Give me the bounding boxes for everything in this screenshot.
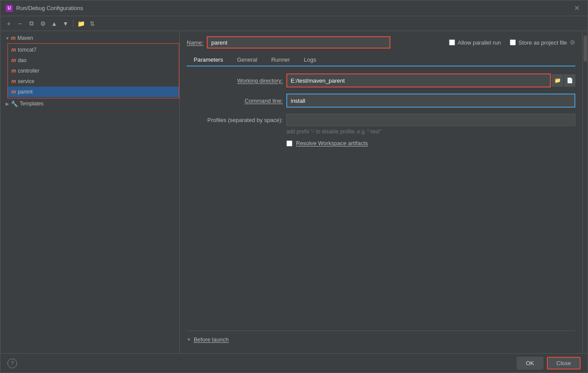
close-button[interactable]: Close [547,357,581,370]
close-icon[interactable]: ✕ [571,3,582,13]
add-button[interactable]: + [4,19,14,28]
profiles-input[interactable] [286,114,575,126]
store-project-checkbox[interactable] [510,39,516,45]
maven-icon-service: m [11,78,16,84]
tree-item-parent[interactable]: m parent [8,87,179,97]
tree-item-dao[interactable]: m dao [8,55,179,66]
ok-button[interactable]: OK [517,357,543,370]
before-launch-header[interactable]: ▼ Before launch [187,335,575,345]
allow-parallel-checkbox[interactable] [449,39,455,45]
command-line-input[interactable] [287,94,574,107]
title-bar: U Run/Debug Configurations ✕ [0,0,588,16]
command-line-row: Command line: [187,94,575,108]
maven-group-label: Maven [17,35,33,41]
title-bar-left: U Run/Debug Configurations [6,5,83,12]
remove-button[interactable]: − [15,19,25,28]
form-content: Working directory: 📁 📄 Command line: [187,73,575,331]
tree-children: m tomcat7 m dao m controller m service [0,43,179,98]
before-launch-label: Before launch [194,336,229,343]
tab-parameters[interactable]: Parameters [187,54,230,66]
store-project-label: Store as project file [518,39,567,46]
folder-button[interactable]: 📁 [76,19,86,28]
name-section: Name: Allow parallel run Store as projec… [187,36,575,49]
copy-button[interactable]: ⧉ [27,19,36,28]
up-button[interactable]: ▲ [49,19,59,28]
name-label: Name: [187,39,203,46]
resolve-workspace-row: Resolve Workspace artifacts [286,140,575,146]
scrollbar[interactable] [582,31,588,353]
top-right-options: Allow parallel run Store as project file… [449,39,575,46]
app-icon: U [6,5,13,12]
working-dir-row: Working directory: 📁 📄 [187,73,575,87]
store-project-checkbox-row: Store as project file ⚙ [510,39,575,46]
maven-icon-tomcat7: m [11,47,16,53]
dialog-title: Run/Debug Configurations [16,5,83,11]
tree-item-service[interactable]: m service [8,76,179,87]
tree-label-tomcat7: tomcat7 [18,47,37,53]
left-panel: ▼ m Maven m tomcat7 m dao m [0,31,180,353]
down-button[interactable]: ▼ [61,19,70,28]
maven-group-icon: m [11,35,16,41]
working-dir-input[interactable] [287,74,550,87]
allow-parallel-label: Allow parallel run [458,39,501,46]
tabs: Parameters General Runner Logs [187,54,575,66]
allow-parallel-checkbox-row: Allow parallel run [449,39,501,46]
before-launch-section: ▼ Before launch [187,331,575,348]
profiles-row: Profiles (separated by space): [187,114,575,126]
tab-logs[interactable]: Logs [297,54,323,66]
working-dir-inner [286,73,551,87]
command-input-wrapper [286,94,575,108]
bottom-bar: ? OK Close [0,353,588,373]
maven-icon-parent: m [11,89,16,95]
tree-label-controller: controller [18,68,39,74]
profiles-hint: add prefix '-' to disable profile, e.g. … [286,129,575,135]
run-debug-dialog: U Run/Debug Configurations ✕ + − ⧉ ⚙ ▲ ▼… [0,0,588,373]
resolve-workspace-label: Resolve Workspace artifacts [296,140,368,146]
tree-templates[interactable]: ▶ 🔧 Templates [0,98,179,109]
maven-icon-controller: m [11,68,16,74]
tree-item-controller[interactable]: m controller [8,66,179,76]
help-button[interactable]: ? [7,359,17,368]
right-panel: Name: Allow parallel run Store as projec… [180,31,582,353]
settings-button[interactable]: ⚙ [38,19,48,28]
tree-templates-label: Templates [20,101,44,107]
tab-runner[interactable]: Runner [264,54,297,66]
main-content: ▼ m Maven m tomcat7 m dao m [0,31,588,353]
working-dir-var-btn[interactable]: 📄 [564,74,575,87]
tree-maven-group[interactable]: ▼ m Maven [0,33,179,43]
tree-item-tomcat7[interactable]: m tomcat7 [8,45,179,55]
tab-general[interactable]: General [230,54,264,66]
name-input[interactable] [207,36,390,49]
working-dir-wrapper: 📁 📄 [286,73,575,87]
toolbar-separator [73,20,73,28]
tree-label-parent: parent [18,89,33,95]
working-dir-folder-btn[interactable]: 📁 [552,74,563,87]
command-line-label: Command line: [187,98,283,104]
maven-expand-icon: ▼ [4,35,11,42]
sort-button[interactable]: ⇅ [87,19,97,28]
before-launch-expand-icon: ▼ [187,337,191,342]
toolbar: + − ⧉ ⚙ ▲ ▼ 📁 ⇅ [0,16,588,31]
bottom-buttons: OK Close [517,357,581,370]
templates-expand-icon: ▶ [4,100,11,107]
tree-label-service: service [18,78,35,84]
resolve-workspace-checkbox[interactable] [286,140,292,146]
store-project-gear-icon[interactable]: ⚙ [570,39,575,46]
templates-wrench-icon: 🔧 [11,101,18,107]
working-dir-label: Working directory: [187,77,283,84]
tree-label-dao: dao [18,57,27,63]
scrollbar-thumb [584,35,587,62]
profiles-label: Profiles (separated by space): [187,117,283,123]
maven-icon-dao: m [11,57,16,63]
